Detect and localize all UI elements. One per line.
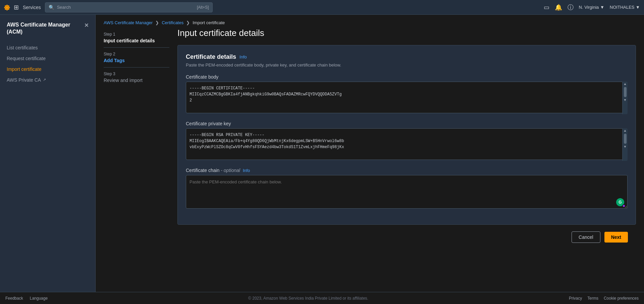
card-description: Paste the PEM-encoded certificate body, … [186, 62, 628, 68]
scrollbar-thumb-2[interactable] [624, 134, 627, 144]
grid-icon[interactable]: ⊞ [14, 4, 19, 11]
card-header: Certificate details Info [186, 53, 628, 60]
cloudshell-icon[interactable]: ▭ [544, 4, 549, 11]
cancel-button[interactable]: Cancel [572, 231, 600, 243]
breadcrumb-sep-1: ❯ [155, 20, 159, 25]
sidebar-title-text: AWS Certificate Manager (ACM) [7, 21, 84, 36]
sidebar-item-request-certificate[interactable]: Request certificate [0, 53, 95, 64]
aws-icon: ⎈ [4, 2, 10, 13]
scrollbar-up-arrow-2[interactable]: ▲ [624, 129, 627, 132]
aws-logo: ⎈ [4, 2, 10, 13]
private-key-scrollbar: ▲ ▼ [622, 128, 628, 161]
nav-right-actions: ▭ 🔔 ⓘ N. Virginia ▼ NOITHALES ▼ [544, 3, 640, 11]
feedback-link[interactable]: Feedback [5, 296, 23, 301]
private-key-label: Certificate private key [186, 121, 628, 126]
grammarly-dot [622, 204, 626, 208]
terms-link[interactable]: Terms [587, 296, 598, 301]
scrollbar-down-arrow-2[interactable]: ▼ [624, 145, 627, 148]
search-icon: 🔍 [49, 5, 54, 10]
step-3: Step 3 Review and import [104, 68, 169, 87]
page-title: Input certificate details [177, 28, 636, 38]
search-placeholder: Search [57, 5, 71, 10]
form-area: Input certificate details Certificate de… [177, 28, 636, 284]
cert-body-label: Certificate body [186, 74, 628, 80]
top-navigation: ⎈ ⊞ Services 🔍 Search [Alt+S] ▭ 🔔 ⓘ N. V… [0, 0, 644, 15]
private-key-input[interactable]: -----BEGIN RSA PRIVATE KEY----- MIIEogIB… [186, 128, 628, 160]
breadcrumb-acm-link[interactable]: AWS Certificate Manager [104, 20, 153, 25]
card-title: Certificate details [186, 53, 236, 60]
breadcrumb-sep-2: ❯ [186, 20, 190, 25]
step-1-label: Step 1 [104, 32, 169, 37]
breadcrumb: AWS Certificate Manager ❯ Certificates ❯… [96, 15, 644, 28]
cert-chain-input[interactable] [186, 175, 628, 209]
optional-label: - optional [221, 168, 240, 173]
scrollbar-up-arrow[interactable]: ▲ [624, 82, 627, 86]
bell-icon[interactable]: 🔔 [555, 4, 562, 11]
action-bar: Cancel Next [177, 225, 636, 250]
cookie-preferences-link[interactable]: Cookie preferences [604, 296, 639, 301]
help-icon[interactable]: ⓘ [568, 3, 574, 11]
footer-copyright: © 2023, Amazon Web Services India Privat… [48, 296, 569, 301]
steps-panel: Step 1 Input certificate details Step 2 … [104, 28, 177, 284]
privacy-link[interactable]: Privacy [569, 296, 582, 301]
sidebar: AWS Certificate Manager (ACM) ✕ List cer… [0, 15, 96, 292]
sidebar-close-button[interactable]: ✕ [84, 22, 89, 29]
external-link-icon: ↗ [43, 78, 46, 82]
step-2-title[interactable]: Add Tags [104, 58, 169, 63]
cert-body-input[interactable]: -----BEGIN CERTIFICATE----- MIICqzCCAZMC… [186, 82, 628, 113]
search-bar[interactable]: 🔍 Search [Alt+S] [45, 2, 213, 12]
main-layout: AWS Certificate Manager (ACM) ✕ List cer… [0, 15, 644, 292]
scrollbar-thumb[interactable] [624, 87, 627, 97]
footer-left: Feedback Language [5, 296, 48, 301]
search-shortcut: [Alt+S] [197, 5, 209, 10]
content-area: AWS Certificate Manager ❯ Certificates ❯… [96, 15, 644, 292]
private-key-wrapper: -----BEGIN RSA PRIVATE KEY----- MIIEogIB… [186, 128, 628, 161]
footer: Feedback Language © 2023, Amazon Web Ser… [0, 292, 644, 304]
sidebar-item-import-certificate[interactable]: Import certificate [0, 64, 95, 75]
step-2-label: Step 2 [104, 52, 169, 56]
sidebar-item-aws-private-ca[interactable]: AWS Private CA ↗ [0, 75, 95, 85]
region-selector[interactable]: N. Virginia ▼ [579, 5, 604, 10]
step-1: Step 1 Input certificate details [104, 28, 169, 48]
cert-body-wrapper: -----BEGIN CERTIFICATE----- MIICqzCCAZMC… [186, 82, 628, 114]
card-info-badge[interactable]: Info [239, 54, 247, 59]
step-2: Step 2 Add Tags [104, 48, 169, 68]
cert-body-scrollbar: ▲ ▼ [622, 82, 628, 114]
next-button[interactable]: Next [604, 232, 628, 243]
sidebar-title-area: AWS Certificate Manager (ACM) ✕ [0, 21, 95, 42]
sidebar-item-list-certificates[interactable]: List certificates [0, 42, 95, 53]
breadcrumb-certificates-link[interactable]: Certificates [162, 20, 183, 25]
language-link[interactable]: Language [30, 296, 48, 301]
footer-right: Privacy Terms Cookie preferences [569, 296, 639, 301]
breadcrumb-current: Import certificate [193, 20, 225, 25]
step-3-label: Step 3 [104, 72, 169, 76]
services-nav[interactable]: Services [23, 5, 41, 10]
chain-info-badge[interactable]: Info [243, 168, 250, 173]
step-3-title: Review and import [104, 78, 169, 83]
cert-chain-label: Certificate chain - optional Info [186, 168, 628, 173]
scrollbar-down-arrow[interactable]: ▼ [624, 98, 627, 102]
step-1-title: Input certificate details [104, 38, 169, 43]
steps-form-layout: Step 1 Input certificate details Step 2 … [96, 28, 644, 292]
cert-chain-wrapper: G [186, 175, 628, 210]
account-menu[interactable]: NOITHALES ▼ [610, 5, 640, 10]
certificate-details-card: Certificate details Info Paste the PEM-e… [177, 45, 636, 225]
